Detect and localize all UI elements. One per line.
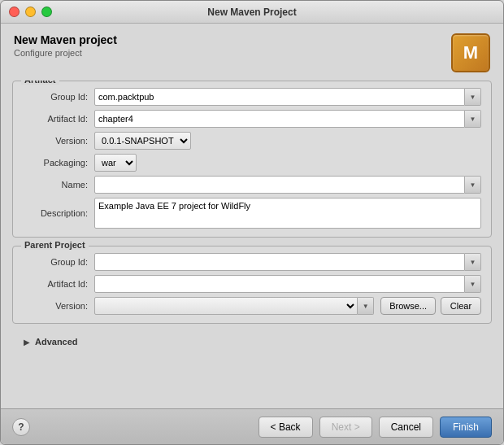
parent-version-dropdown[interactable]: ▼	[358, 297, 374, 315]
name-combo	[94, 176, 481, 194]
artifact-id-label: Artifact Id:	[23, 114, 94, 124]
description-input[interactable]: Example Java EE 7 project for WildFly	[94, 198, 481, 229]
minimize-button[interactable]	[25, 7, 36, 17]
parent-version-label: Version:	[23, 301, 94, 311]
parent-version-select-wrap: ▼ Browse... Clear	[94, 297, 481, 315]
advanced-triangle-icon: ▶	[24, 338, 30, 347]
parent-artifact-id-dropdown[interactable]	[465, 275, 481, 293]
group-id-combo	[94, 88, 481, 106]
artifact-section-title: Artifact	[21, 81, 59, 85]
help-button[interactable]: ?	[12, 418, 30, 436]
name-label: Name:	[23, 180, 94, 190]
bottom-right: < Back Next > Cancel Finish	[259, 417, 492, 438]
packaging-select-wrap: war jar pom	[94, 154, 137, 172]
artifact-id-dropdown[interactable]	[465, 110, 481, 128]
maven-icon: M	[451, 33, 490, 72]
packaging-label: Packaging:	[23, 158, 94, 168]
bottom-left: ?	[12, 418, 30, 436]
group-id-dropdown[interactable]	[465, 88, 481, 106]
version-select[interactable]: 0.0.1-SNAPSHOT	[94, 132, 191, 150]
name-input[interactable]	[94, 176, 465, 194]
parent-group-id-input[interactable]	[94, 253, 465, 271]
parent-group-id-combo	[94, 253, 481, 271]
parent-artifact-id-combo	[94, 275, 481, 293]
parent-section-title: Parent Project	[21, 240, 89, 250]
header: New Maven project Configure project M	[1, 24, 503, 81]
version-row: Version: 0.0.1-SNAPSHOT	[23, 132, 481, 150]
next-button[interactable]: Next >	[319, 417, 372, 438]
maximize-button[interactable]	[41, 7, 52, 17]
packaging-select[interactable]: war jar pom	[94, 154, 137, 172]
name-row: Name:	[23, 176, 481, 194]
page-subtitle: Configure project	[14, 48, 117, 58]
finish-button[interactable]: Finish	[440, 417, 492, 438]
main-window: New Maven Project New Maven project Conf…	[0, 0, 504, 445]
close-button[interactable]	[9, 7, 20, 17]
parent-artifact-id-input[interactable]	[94, 275, 465, 293]
window-controls	[9, 7, 52, 17]
group-id-label: Group Id:	[23, 92, 94, 102]
advanced-row[interactable]: ▶ Advanced	[12, 332, 492, 351]
bottom-bar: ? < Back Next > Cancel Finish	[1, 408, 503, 444]
artifact-id-row: Artifact Id:	[23, 110, 481, 128]
description-row: Description: Example Java EE 7 project f…	[23, 198, 481, 229]
artifact-section: Artifact Group Id: Artifact Id: Versi	[12, 81, 492, 238]
parent-version-row: Version: ▼ Browse... Clear	[23, 297, 481, 315]
name-dropdown[interactable]	[465, 176, 481, 194]
group-id-row: Group Id:	[23, 88, 481, 106]
packaging-row: Packaging: war jar pom	[23, 154, 481, 172]
browse-button[interactable]: Browse...	[380, 297, 436, 315]
back-button[interactable]: < Back	[259, 417, 313, 438]
header-text: New Maven project Configure project	[14, 33, 117, 58]
parent-group-id-label: Group Id:	[23, 257, 94, 267]
version-select-wrap: 0.0.1-SNAPSHOT	[94, 132, 191, 150]
parent-artifact-id-label: Artifact Id:	[23, 279, 94, 289]
window-title: New Maven Project	[207, 7, 296, 18]
artifact-id-input[interactable]	[94, 110, 465, 128]
content-area: Artifact Group Id: Artifact Id: Versi	[1, 81, 503, 408]
advanced-label: Advanced	[35, 337, 78, 347]
description-label: Description:	[23, 208, 94, 218]
clear-button[interactable]: Clear	[441, 297, 481, 315]
cancel-button[interactable]: Cancel	[379, 417, 433, 438]
parent-version-select[interactable]	[94, 297, 358, 315]
version-label: Version:	[23, 136, 94, 146]
parent-group-id-row: Group Id:	[23, 253, 481, 271]
parent-group-id-dropdown[interactable]	[465, 253, 481, 271]
parent-section: Parent Project Group Id: Artifact Id:	[12, 246, 492, 324]
titlebar: New Maven Project	[1, 1, 503, 24]
page-title: New Maven project	[14, 33, 117, 46]
artifact-id-combo	[94, 110, 481, 128]
parent-artifact-id-row: Artifact Id:	[23, 275, 481, 293]
group-id-input[interactable]	[94, 88, 465, 106]
